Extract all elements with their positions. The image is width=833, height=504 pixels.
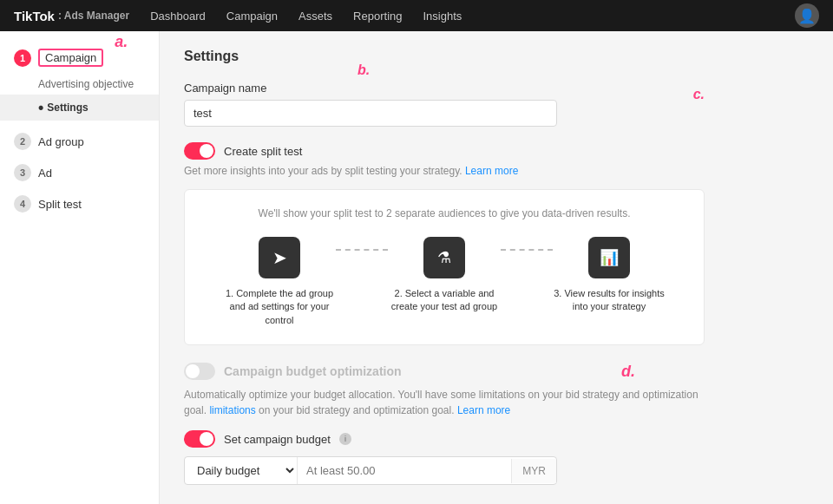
split-step-3-icon: 📊 <box>588 237 630 278</box>
set-campaign-budget-toggle[interactable] <box>184 430 215 448</box>
daily-budget-select[interactable]: Daily budget Lifetime budget <box>185 457 298 484</box>
step-num-4: 4 <box>14 195 31 213</box>
split-step-2: ⚗ 2. Select a variable and create your t… <box>388 237 501 314</box>
budget-learn-more[interactable]: limitations <box>209 404 255 416</box>
annotation-b: b. <box>357 62 370 78</box>
avatar[interactable]: 👤 <box>795 3 819 28</box>
split-test-group: Create split test Get more insights into… <box>184 142 809 345</box>
step-num-1: 1 <box>14 49 31 67</box>
split-test-hint-text: Get more insights into your ads by split… <box>184 165 462 177</box>
sidebar-step-adgroup[interactable]: 2 Ad group <box>0 126 159 157</box>
sidebar-sub-advertising-objective[interactable]: Advertising objective <box>0 74 159 95</box>
split-test-toggle-row: Create split test <box>184 142 809 160</box>
split-step-3: 📊 3. View results for insights into your… <box>553 237 666 314</box>
annotation-a: a. <box>115 33 128 51</box>
sidebar-step-splittest[interactable]: 4 Split test <box>0 188 159 219</box>
sidebar-step-campaign[interactable]: 1 Campaign a. <box>0 42 159 74</box>
daily-budget-currency: MYR <box>511 459 556 483</box>
settings-label: Settings <box>47 101 88 114</box>
split-connector-2 <box>501 237 553 251</box>
brand-subtitle: : Ads Manager <box>58 10 129 22</box>
split-dots-1 <box>336 249 388 251</box>
brand: TikTok : Ads Manager <box>14 9 129 23</box>
split-test-box: We'll show your split test to 2 separate… <box>184 189 705 345</box>
sidebar: 1 Campaign a. Advertising objective Sett… <box>0 31 160 504</box>
split-test-toggle[interactable] <box>184 142 215 160</box>
split-test-steps: ➤ 1. Complete the ad group and ad settin… <box>202 237 686 327</box>
sidebar-step-adgroup-label: Ad group <box>38 135 84 148</box>
split-test-label: Create split test <box>224 145 302 158</box>
nav-reporting[interactable]: Reporting <box>353 4 402 28</box>
sidebar-step-ad[interactable]: 3 Ad <box>0 157 159 188</box>
split-connector-1 <box>336 237 388 251</box>
advertising-objective-label: Advertising objective <box>38 78 134 90</box>
sidebar-sub-settings[interactable]: Settings <box>0 95 159 121</box>
daily-budget-row: Daily budget Lifetime budget MYR <box>184 456 557 485</box>
top-navigation: Dashboard Campaign Assets Reporting Insi… <box>150 4 795 28</box>
brand-tiktok: TikTok <box>14 9 55 23</box>
budget-section: Campaign budget optimization Automatical… <box>184 363 705 485</box>
split-step-1-text: 1. Complete the ad group and ad settings… <box>223 287 336 327</box>
sidebar-step-campaign-label: Campaign <box>38 49 103 67</box>
budget-optimization-toggle[interactable] <box>184 363 215 380</box>
daily-budget-input[interactable] <box>298 458 511 483</box>
split-dots-2 <box>501 249 553 251</box>
top-nav: TikTok : Ads Manager Dashboard Campaign … <box>0 0 833 31</box>
nav-campaign[interactable]: Campaign <box>226 4 278 28</box>
sidebar-step-splittest-label: Split test <box>38 198 82 211</box>
budget-header: Campaign budget optimization <box>184 363 705 380</box>
budget-hint: Automatically optimize your budget alloc… <box>184 387 705 418</box>
budget-optimization-title: Campaign budget optimization <box>224 364 402 378</box>
nav-assets[interactable]: Assets <box>298 4 332 28</box>
layout: 1 Campaign a. Advertising objective Sett… <box>0 31 833 504</box>
step-num-2: 2 <box>14 133 31 150</box>
budget-learn-more-2[interactable]: Learn more <box>457 404 510 416</box>
campaign-name-label: Campaign name <box>184 82 809 95</box>
split-step-3-text: 3. View results for insights into your s… <box>553 287 666 314</box>
nav-insights[interactable]: Insights <box>423 4 462 28</box>
sidebar-step-ad-label: Ad <box>38 167 52 180</box>
campaign-name-group: Campaign name b. c. <box>184 82 809 127</box>
budget-hint-text: Automatically optimize your budget alloc… <box>184 389 699 416</box>
set-campaign-budget-label: Set campaign budget <box>224 433 331 446</box>
section-title: Settings <box>184 49 809 64</box>
set-campaign-budget-info-icon[interactable]: i <box>339 433 351 445</box>
split-test-description: We'll show your split test to 2 separate… <box>202 207 686 219</box>
split-step-2-icon: ⚗ <box>423 237 465 278</box>
split-test-learn-more[interactable]: Learn more <box>465 165 518 177</box>
nav-dashboard[interactable]: Dashboard <box>150 4 206 28</box>
split-step-1-icon: ➤ <box>259 237 300 278</box>
split-step-2-text: 2. Select a variable and create your tes… <box>388 287 501 314</box>
split-test-hint: Get more insights into your ads by split… <box>184 165 809 177</box>
split-step-1: ➤ 1. Complete the ad group and ad settin… <box>223 237 336 327</box>
campaign-name-input[interactable] <box>184 100 557 127</box>
step-num-3: 3 <box>14 164 31 181</box>
main-content: Settings Campaign name b. c. Create spli… <box>160 31 833 504</box>
set-budget-row: Set campaign budget i <box>184 430 705 448</box>
